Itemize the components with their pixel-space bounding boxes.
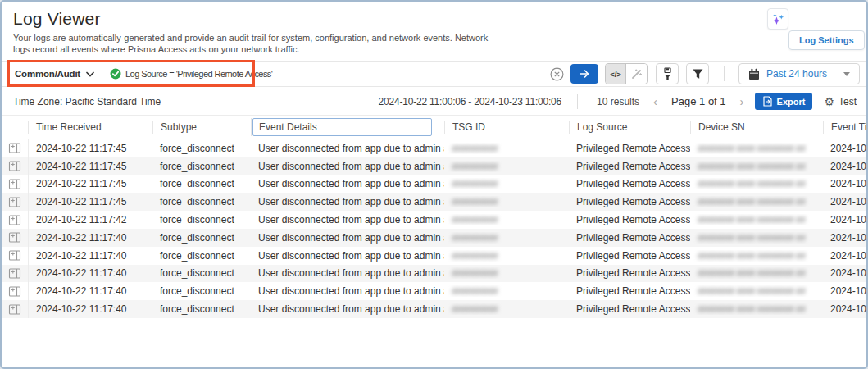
table-row[interactable]: 2024-10-22 11:17:42 force_disconnect Use…	[2, 211, 866, 229]
code-icon: </>	[610, 70, 621, 79]
cell-tsg-id: ##########	[444, 143, 569, 154]
cell-device-sn: ######## #### ######## ##	[690, 178, 823, 189]
log-type-dropdown[interactable]: Common/Audit	[15, 69, 94, 79]
divider	[577, 94, 578, 109]
cell-log-source: Privileged Remote Access	[569, 303, 690, 315]
table-row[interactable]: 2024-10-22 11:17:40 force_disconnect Use…	[2, 229, 866, 247]
redacted-tsg-id: ##########	[452, 215, 498, 225]
cell-tsg-id: ##########	[444, 214, 569, 226]
query-filter-chip[interactable]: Log Source = 'Privileged Remote Access'	[110, 68, 272, 80]
cell-event-details: User disconnected from app due to admin …	[251, 250, 444, 262]
cell-event-time: 2024-10-22	[823, 267, 866, 279]
cell-subtype: force_disconnect	[152, 196, 251, 207]
ai-copilot-button[interactable]	[767, 8, 788, 30]
save-filter-button[interactable]	[656, 63, 679, 84]
cell-subtype: force_disconnect	[152, 161, 251, 172]
page: Log Viewer Your logs are automatically-g…	[0, 0, 868, 369]
next-page-button[interactable]: ›	[738, 95, 747, 107]
code-mode-button[interactable]: </>	[606, 64, 626, 84]
filter-button[interactable]	[686, 63, 709, 84]
log-table-body: 2024-10-22 11:17:45 force_disconnect Use…	[2, 139, 866, 318]
column-header-expand	[2, 121, 28, 134]
row-expand-button[interactable]	[2, 196, 28, 208]
clear-query-button[interactable]	[550, 67, 564, 81]
chevron-down-icon	[86, 71, 94, 77]
cell-tsg-id: ##########	[444, 232, 569, 244]
column-header-device-sn[interactable]: Device SN	[690, 121, 823, 134]
redacted-device-sn: ######## #### ######## ##	[698, 144, 805, 153]
table-row[interactable]: 2024-10-22 11:17:45 force_disconnect Use…	[2, 193, 866, 211]
table-row[interactable]: 2024-10-22 11:17:40 force_disconnect Use…	[2, 265, 866, 283]
cell-event-time: 2024-10-22	[823, 143, 866, 154]
calendar-icon	[748, 68, 760, 80]
table-row[interactable]: 2024-10-22 11:17:45 force_disconnect Use…	[2, 175, 866, 194]
cell-log-source: Privileged Remote Access	[569, 250, 690, 262]
table-header-row: Time Received Subtype Event Details TSG …	[2, 115, 866, 139]
row-expand-button[interactable]	[2, 303, 28, 316]
table-row[interactable]: 2024-10-22 11:17:45 force_disconnect Use…	[2, 139, 866, 157]
time-range-dropdown[interactable]: Past 24 hours	[738, 63, 860, 84]
table-row[interactable]: 2024-10-22 11:17:40 force_disconnect Use…	[2, 300, 866, 318]
event-details-header-highlight: Event Details	[252, 118, 432, 136]
date-range-label: 2024-10-22 11:00:06 - 2024-10-23 11:00:0…	[379, 96, 562, 107]
cell-time-received: 2024-10-22 11:17:40	[28, 229, 152, 247]
page-description: Your logs are automatically-generated an…	[13, 32, 488, 55]
log-settings-button[interactable]: Log Settings	[788, 30, 865, 50]
row-expand-button[interactable]	[2, 214, 28, 226]
cell-time-received: 2024-10-22 11:17:40	[28, 282, 152, 300]
previous-page-button[interactable]: ‹	[651, 95, 660, 107]
log-type-label: Common/Audit	[15, 69, 80, 79]
cell-log-source: Privileged Remote Access	[569, 178, 690, 189]
redacted-tsg-id: ##########	[452, 304, 498, 314]
test-settings-button[interactable]: ⚙ Test	[824, 96, 857, 107]
redacted-device-sn: ######## #### ######## ##	[698, 304, 805, 314]
row-expand-button[interactable]	[2, 178, 28, 190]
column-header-tsg-id[interactable]: TSG ID	[444, 121, 569, 134]
cell-event-details: User disconnected from app due to admin …	[251, 267, 444, 279]
open-detail-panel-icon	[8, 231, 21, 244]
column-header-event-details[interactable]: Event Details	[251, 118, 444, 136]
cell-tsg-id: ##########	[444, 267, 569, 279]
check-circle-icon	[110, 68, 121, 80]
redacted-tsg-id: ##########	[452, 144, 498, 153]
magic-wand-icon	[630, 68, 643, 80]
page-description-line1: Your logs are automatically-generated an…	[13, 33, 488, 43]
table-row[interactable]: 2024-10-22 11:17:40 force_disconnect Use…	[2, 282, 866, 300]
row-expand-button[interactable]	[2, 249, 28, 262]
cell-device-sn: ######## #### ######## ##	[690, 250, 823, 262]
open-detail-panel-icon	[8, 142, 21, 154]
column-header-log-source[interactable]: Log Source	[569, 121, 690, 134]
cell-time-received: 2024-10-22 11:17:40	[28, 247, 152, 265]
assisted-mode-button[interactable]	[626, 64, 647, 84]
divider	[724, 66, 725, 81]
row-expand-button[interactable]	[2, 142, 28, 154]
export-icon	[762, 96, 773, 107]
log-settings-label: Log Settings	[799, 35, 854, 45]
row-expand-button[interactable]	[2, 160, 28, 172]
table-row[interactable]: 2024-10-22 11:17:40 force_disconnect Use…	[2, 247, 866, 265]
cell-tsg-id: ##########	[444, 303, 569, 315]
table-row[interactable]: 2024-10-22 11:17:45 force_disconnect Use…	[2, 157, 866, 175]
export-button[interactable]: Export	[755, 93, 813, 110]
cell-tsg-id: ##########	[444, 250, 569, 262]
row-expand-button[interactable]	[2, 285, 28, 298]
cell-log-source: Privileged Remote Access	[569, 232, 690, 244]
redacted-tsg-id: ##########	[452, 268, 498, 278]
row-expand-button[interactable]	[2, 231, 28, 244]
redacted-device-sn: ######## #### ######## ##	[698, 197, 805, 207]
query-input[interactable]	[272, 61, 550, 86]
run-query-button[interactable]	[570, 64, 598, 84]
column-header-event-time[interactable]: Event Time	[823, 121, 866, 134]
cell-event-time: 2024-10-22	[823, 161, 866, 172]
cell-device-sn: ######## #### ######## ##	[690, 214, 823, 226]
redacted-tsg-id: ##########	[452, 197, 498, 207]
cell-event-details: User disconnected from app due to admin …	[251, 214, 444, 226]
cell-event-time: 2024-10-22	[823, 178, 866, 189]
cell-log-source: Privileged Remote Access	[569, 161, 690, 172]
column-header-time-received[interactable]: Time Received	[28, 121, 152, 134]
cell-log-source: Privileged Remote Access	[569, 214, 690, 226]
row-expand-button[interactable]	[2, 267, 28, 280]
column-header-subtype[interactable]: Subtype	[152, 121, 251, 134]
test-label: Test	[838, 96, 857, 107]
time-range-label: Past 24 hours	[766, 68, 837, 80]
